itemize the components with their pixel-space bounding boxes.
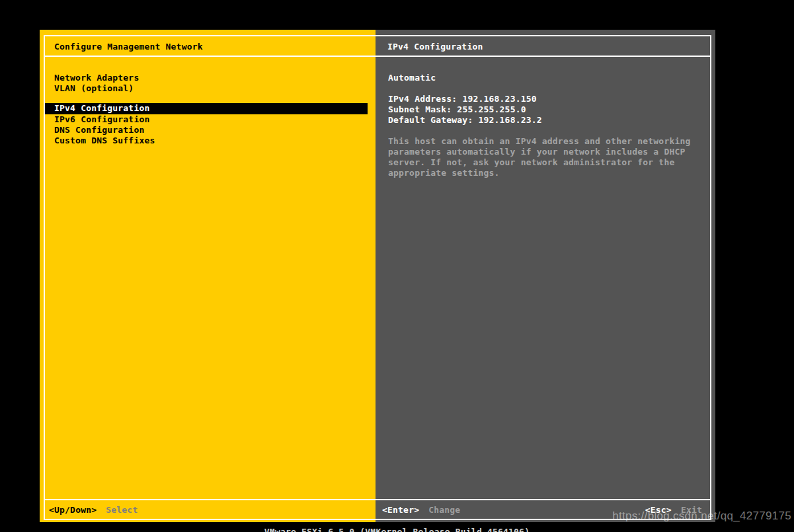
menu-item-custom-dns-suffixes[interactable]: Custom DNS Suffixes bbox=[45, 135, 376, 146]
updown-key-hint: <Up/Down> bbox=[49, 505, 97, 515]
subnet-mask-row: Subnet Mask: 255.255.255.0 bbox=[388, 104, 710, 115]
ipv4-address-row: IPv4 Address: 192.168.23.150 bbox=[388, 94, 710, 104]
ipv4-address-value: 192.168.23.150 bbox=[462, 94, 536, 104]
ipv4-fields: IPv4 Address: 192.168.23.150 Subnet Mask… bbox=[388, 94, 710, 126]
enter-key-hint: <Enter> bbox=[382, 505, 419, 515]
menu-item-ipv4-configuration[interactable]: IPv4 Configuration bbox=[45, 103, 368, 114]
configure-management-network-window: Configure Management Network Network Ada… bbox=[40, 30, 715, 522]
subnet-mask-label: Subnet Mask: bbox=[388, 104, 452, 114]
menu-item-dns-configuration[interactable]: DNS Configuration bbox=[45, 125, 376, 135]
help-line: server. If not, ask your network adminis… bbox=[388, 157, 710, 168]
menu-panel: Configure Management Network Network Ada… bbox=[40, 30, 376, 522]
select-hint-label: Select bbox=[106, 505, 138, 515]
ipv4-details: Automatic IPv4 Address: 192.168.23.150 S… bbox=[376, 57, 710, 178]
help-line: appropriate settings. bbox=[388, 168, 710, 178]
menu-item-ipv6-configuration[interactable]: IPv6 Configuration bbox=[45, 114, 376, 125]
detail-panel-border: IPv4 Configuration Automatic IPv4 Addres… bbox=[376, 35, 711, 520]
default-gateway-row: Default Gateway: 192.168.23.2 bbox=[388, 115, 710, 126]
ipv4-mode-value: Automatic bbox=[388, 73, 710, 83]
menu-panel-border: Configure Management Network Network Ada… bbox=[44, 35, 376, 520]
csdn-watermark: https://blog.csdn.net/qq_42779175 bbox=[612, 511, 791, 521]
detail-panel-title: IPv4 Configuration bbox=[376, 36, 710, 57]
subnet-mask-value: 255.255.255.0 bbox=[457, 104, 526, 114]
default-gateway-value: 192.168.23.2 bbox=[478, 115, 541, 125]
help-line: parameters automatically if your network… bbox=[388, 147, 710, 157]
esxi-version-line: VMware ESXi 6.5.0 (VMKernel Release Buil… bbox=[0, 527, 794, 532]
detail-panel: IPv4 Configuration Automatic IPv4 Addres… bbox=[376, 30, 715, 522]
menu-item-network-adapters[interactable]: Network Adapters bbox=[45, 73, 376, 83]
default-gateway-label: Default Gateway: bbox=[388, 115, 473, 125]
dcui-screen: Configure Management Network Network Ada… bbox=[0, 0, 794, 532]
change-hint-label: Change bbox=[428, 505, 460, 515]
dhcp-help-text: This host can obtain an IPv4 address and… bbox=[388, 136, 710, 178]
panel-title: Configure Management Network bbox=[45, 36, 376, 57]
help-line: This host can obtain an IPv4 address and… bbox=[388, 136, 710, 147]
ipv4-address-label: IPv4 Address: bbox=[388, 94, 457, 104]
left-hint-bar: <Up/Down>Select bbox=[45, 499, 376, 519]
management-network-menu: Network Adapters VLAN (optional) IPv4 Co… bbox=[45, 57, 376, 146]
menu-item-vlan[interactable]: VLAN (optional) bbox=[45, 83, 376, 94]
